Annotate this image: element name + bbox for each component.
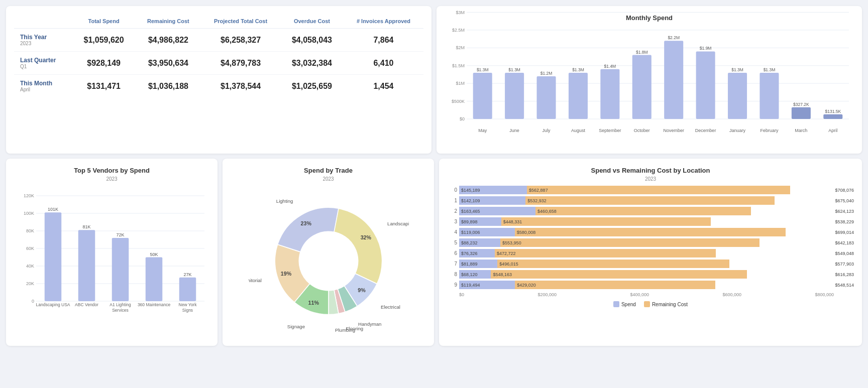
legend-remaining-dot [644, 301, 650, 307]
svg-text:November: November [663, 128, 684, 133]
loc-spend-7: $81,889 [459, 260, 497, 268]
loc-total-6: $549,048 [835, 251, 854, 256]
location-bars: 0 $145,189 $562,887 $708,076 1 $142,109 … [447, 186, 854, 289]
svg-text:$1.3M: $1.3M [572, 67, 584, 72]
summary-row-0: This Year2023$1,059,620$4,986,822$6,258,… [14, 29, 423, 52]
svg-text:$2.2M: $2.2M [668, 35, 680, 40]
svg-text:Landscaping: Landscaping [387, 221, 409, 226]
summary-cell-2-2: $1,378,544 [201, 75, 280, 98]
legend-remaining: Remaining Cost [644, 301, 688, 307]
loc-remaining-8: $548,163 [491, 270, 747, 279]
loc-id-9: 9 [447, 282, 457, 288]
svg-text:October: October [634, 128, 650, 133]
summary-cell-0-4: 7,864 [344, 29, 423, 52]
svg-rect-70 [112, 238, 129, 301]
location-legend: Spend Remaining Cost [447, 301, 854, 307]
loc-bar-row-3: 3 $89,898 $448,331 $538,229 [447, 217, 854, 226]
svg-text:19%: 19% [280, 271, 291, 277]
summary-row-1: Last QuarterQ1$928,149$3,950,634$4,879,7… [14, 52, 423, 75]
svg-rect-44 [792, 107, 811, 119]
loc-total-3: $538,229 [835, 219, 854, 224]
svg-text:Plumbing: Plumbing [335, 327, 355, 333]
loc-total-4: $699,014 [835, 230, 854, 235]
donut-chart-svg: 32%Landscaping9%ElectricalHandymanFloori… [248, 181, 409, 341]
loc-remaining-1: $532,932 [525, 196, 775, 205]
loc-bar-row-5: 5 $88,232 $553,950 $642,183 [447, 238, 854, 247]
svg-rect-77 [179, 278, 196, 301]
svg-text:Services: Services [112, 308, 129, 313]
summary-cell-0-2: $6,258,327 [201, 29, 280, 52]
svg-rect-41 [759, 73, 779, 119]
x-axis-400k: $400,000 [630, 292, 649, 297]
svg-text:Janitorial: Janitorial [248, 278, 262, 283]
legend-remaining-label: Remaining Cost [652, 302, 688, 307]
loc-remaining-5: $553,950 [500, 238, 759, 247]
svg-text:9%: 9% [358, 287, 366, 293]
loc-id-1: 1 [447, 198, 457, 203]
svg-text:27K: 27K [183, 272, 191, 277]
loc-bar-row-1: 1 $142,109 $532,932 $675,040 [447, 196, 854, 205]
loc-id-0: 0 [447, 187, 457, 193]
loc-id-3: 3 [447, 219, 457, 224]
trade-chart-card: Spend by Trade 2023 32%Landscaping9%Elec… [223, 159, 434, 346]
loc-spend-0: $145,189 [459, 186, 527, 194]
monthly-chart-card: Monthly Spend $0$500K$1M$1.5M$2M$2.5M$3M… [437, 6, 862, 154]
x-axis-600k: $600,000 [722, 292, 741, 297]
svg-rect-17 [505, 73, 524, 119]
loc-id-7: 7 [447, 261, 457, 267]
loc-bar-row-4: 4 $119,006 $580,008 $699,014 [447, 228, 854, 236]
svg-text:February: February [760, 128, 779, 133]
svg-text:81K: 81K [82, 224, 90, 229]
summary-header-2: Remaining Cost [136, 14, 201, 29]
svg-rect-26 [600, 69, 619, 119]
loc-spend-2: $163,465 [459, 207, 535, 215]
svg-text:50K: 50K [150, 252, 158, 257]
location-chart-title: Spend vs Remaining Cost by Location [447, 167, 854, 174]
svg-text:$1.2M: $1.2M [540, 71, 553, 76]
svg-text:72K: 72K [116, 232, 124, 237]
loc-remaining-3: $448,331 [501, 217, 711, 226]
loc-id-5: 5 [447, 240, 457, 245]
svg-text:360 Maintenance: 360 Maintenance [138, 302, 170, 307]
loc-total-5: $642,183 [835, 240, 854, 245]
svg-text:23%: 23% [300, 220, 311, 226]
summary-header-5: # Invoices Approved [344, 14, 423, 29]
svg-text:December: December [695, 128, 716, 133]
summary-cell-1-2: $4,879,783 [201, 52, 280, 75]
svg-text:New York: New York [179, 302, 197, 307]
summary-cell-1-4: 6,410 [344, 52, 423, 75]
summary-row-label-0: This Year2023 [14, 29, 72, 52]
svg-rect-38 [728, 73, 747, 119]
svg-text:August: August [571, 128, 586, 133]
legend-spend: Spend [613, 301, 636, 307]
svg-text:$131.5K: $131.5K [825, 109, 841, 114]
svg-text:Electrical: Electrical [381, 304, 400, 310]
loc-id-8: 8 [447, 272, 457, 277]
summary-header-0 [14, 14, 72, 29]
loc-id-2: 2 [447, 208, 457, 214]
loc-spend-3: $89,898 [459, 217, 501, 226]
svg-text:$327.2K: $327.2K [793, 102, 809, 107]
loc-spend-5: $88,232 [459, 238, 500, 247]
svg-text:$500K: $500K [452, 99, 465, 104]
vendors-chart-subtitle: 2023 [14, 176, 209, 182]
loc-spend-9: $119,494 [459, 281, 515, 289]
svg-text:March: March [795, 128, 807, 133]
summary-cell-0-0: $1,059,620 [72, 29, 136, 52]
loc-total-8: $616,283 [835, 272, 854, 277]
svg-text:ABC Vendor: ABC Vendor [75, 302, 98, 307]
svg-rect-67 [78, 230, 95, 301]
loc-bar-row-2: 2 $163,465 $460,658 $624,123 [447, 207, 854, 215]
loc-remaining-2: $460,658 [535, 207, 751, 215]
summary-row-2: This MonthApril$131,471$1,036,188$1,378,… [14, 75, 423, 98]
loc-total-2: $624,123 [835, 209, 854, 214]
svg-text:May: May [478, 128, 487, 133]
svg-text:January: January [729, 128, 746, 133]
svg-text:32%: 32% [360, 234, 371, 240]
svg-text:$1.8M: $1.8M [636, 50, 648, 55]
summary-header-3: Projected Total Cost [201, 14, 280, 29]
svg-text:Lighting: Lighting [276, 198, 293, 204]
bottom-row: Top 5 Vendors by Spend 2023 020K40K60K80… [6, 159, 862, 346]
legend-spend-dot [613, 301, 619, 307]
svg-rect-64 [45, 212, 62, 301]
